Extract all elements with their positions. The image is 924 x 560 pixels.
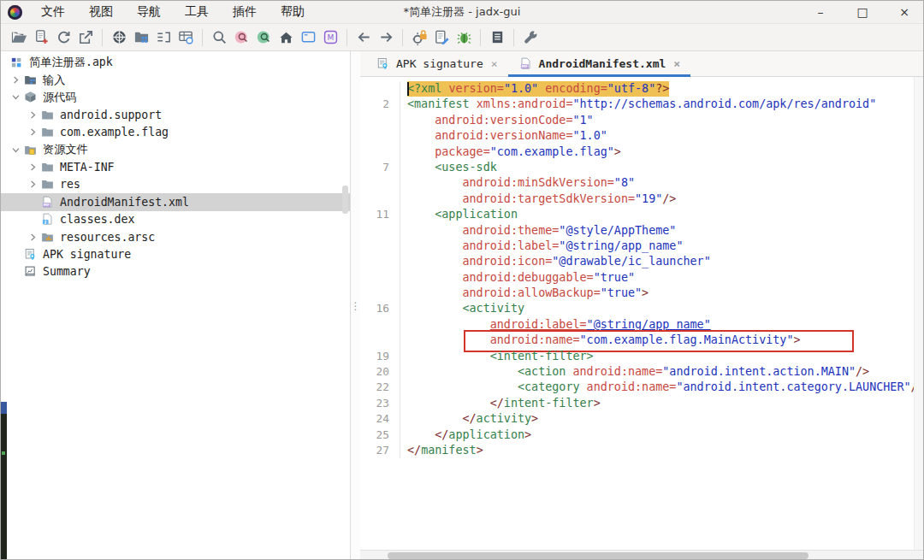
tree-item-classes-dex[interactable]: Jclasses.dex — [1, 211, 350, 228]
reload-button[interactable] — [52, 27, 74, 48]
code-line[interactable]: package="com.example.flag"> — [360, 144, 923, 160]
code-line[interactable]: android:theme="@style/AppTheme" — [360, 223, 923, 239]
edit-file-button[interactable] — [430, 27, 453, 48]
menu-item-6[interactable]: 帮助 — [270, 3, 315, 21]
nav-forward-button[interactable] — [375, 27, 397, 48]
editor-vertical-scrollbar[interactable] — [914, 77, 923, 550]
code-text: package="com.example.flag"> — [407, 144, 621, 160]
list-view-button[interactable] — [152, 27, 175, 48]
chevron-right-icon[interactable] — [25, 161, 40, 174]
comment-dialog-icon — [300, 29, 317, 45]
tree-item-summary[interactable]: Summary — [1, 263, 350, 280]
panel-splitter[interactable]: ⋮ — [351, 51, 360, 560]
tree-item-输入[interactable]: 输入 — [1, 71, 350, 88]
add-files-button[interactable] — [30, 27, 52, 48]
tree-item-meta-inf[interactable]: META-INF — [1, 158, 350, 175]
text-cursor — [407, 82, 409, 96]
deobfuscation-button[interactable] — [175, 27, 197, 48]
chevron-right-icon[interactable] — [25, 126, 40, 139]
code-line[interactable]: 16<activity — [360, 301, 923, 316]
code-line[interactable]: android:debuggable="true" — [360, 270, 923, 286]
folder-icon — [40, 108, 55, 121]
line-number: 19 — [360, 349, 400, 364]
code-line[interactable]: <?xml version="1.0" encoding="utf-8"?> — [360, 81, 923, 97]
code-line[interactable]: 2<manifest xmlns:android="http://schemas… — [360, 97, 923, 112]
editor-horizontal-scrollbar[interactable] — [360, 550, 923, 560]
close-button[interactable]: × — [897, 6, 911, 18]
tree-item-源代码[interactable]: 源代码 — [1, 89, 350, 106]
tab-apk-signature[interactable]: APK signature× — [365, 51, 508, 76]
chevron-right-icon[interactable] — [25, 230, 40, 244]
maximize-button[interactable]: □ — [856, 6, 869, 18]
tab-close-icon[interactable]: × — [491, 57, 498, 70]
tree-item-android-support[interactable]: android.support — [1, 106, 350, 123]
tree-item-label: com.example.flag — [60, 126, 169, 139]
code-line[interactable]: android:label="@string/app_name" — [360, 239, 923, 254]
tree-item-androidmanifest-xml[interactable]: MFAndroidManifest.xml — [1, 193, 350, 210]
code-text: </manifest> — [407, 443, 483, 458]
tree-item-resources-arsc[interactable]: resources.arsc — [1, 228, 350, 245]
open-file-button[interactable] — [8, 27, 30, 48]
code-line[interactable]: 19<intent-filter> — [360, 349, 923, 364]
svg-text:MF: MF — [521, 64, 528, 68]
flat-packages-button[interactable] — [130, 27, 152, 48]
code-line[interactable]: android:icon="@drawable/ic_launcher" — [360, 254, 923, 269]
export-button[interactable] — [74, 27, 97, 48]
code-line[interactable]: android:allowBackup="true"> — [360, 286, 923, 301]
line-number — [360, 254, 400, 269]
code-text: <category android:name="android.intent.c… — [407, 380, 923, 395]
code-line[interactable]: android:versionCode="1" — [360, 113, 923, 128]
code-line[interactable]: 11<application — [360, 207, 923, 222]
code-line[interactable]: 7<uses-sdk — [360, 160, 923, 175]
preferences-button[interactable] — [408, 27, 430, 48]
chevron-down-icon[interactable] — [8, 91, 23, 104]
code-line[interactable]: android:targetSdkVersion="19"/> — [360, 192, 923, 207]
tree-item-简单注册器-apk[interactable]: 简单注册器.apk — [1, 54, 350, 71]
log-button[interactable] — [486, 27, 508, 48]
tree-item-资源文件[interactable]: 资源文件 — [1, 141, 350, 158]
chevron-right-icon[interactable] — [8, 74, 23, 87]
code-editor[interactable]: <?xml version="1.0" encoding="utf-8"?>2<… — [360, 77, 923, 550]
tree-scrollbar-thumb[interactable] — [342, 186, 348, 214]
code-line[interactable]: 24</activity> — [360, 411, 923, 427]
menu-item-4[interactable]: 工具 — [175, 3, 219, 21]
chevron-right-icon[interactable] — [25, 108, 40, 121]
tree-item-com-example-flag[interactable]: com.example.flag — [1, 124, 350, 141]
minimize-button[interactable]: – — [814, 6, 827, 18]
comment-dialog-button[interactable] — [297, 27, 319, 48]
code-line[interactable]: 20<action android:name="android.intent.a… — [360, 364, 923, 380]
search-button[interactable] — [208, 27, 230, 48]
background-blue-fragment — [1, 402, 7, 414]
tree-item-res[interactable]: res — [1, 176, 350, 193]
chevron-spacer — [25, 213, 40, 227]
tools-button[interactable] — [519, 27, 542, 48]
chevron-down-icon[interactable] — [8, 143, 23, 156]
code-line[interactable]: 22<category android:name="android.intent… — [360, 380, 923, 395]
menu-item-2[interactable]: 视图 — [79, 3, 123, 21]
line-number: 20 — [360, 364, 400, 380]
line-number: 11 — [360, 207, 400, 222]
main-activity-button[interactable]: M — [319, 27, 341, 48]
debugger-button[interactable] — [453, 27, 475, 48]
home-button[interactable] — [275, 27, 297, 48]
code-line[interactable]: 23</intent-filter> — [360, 396, 923, 411]
chevron-right-icon[interactable] — [25, 178, 40, 192]
globe-button[interactable] — [108, 27, 130, 48]
class-search-button[interactable] — [230, 27, 252, 48]
horizontal-scrollbar-thumb[interactable] — [388, 552, 808, 559]
code-line[interactable]: android:name="com.example.flag.MainActiv… — [360, 333, 923, 348]
menu-item-3[interactable]: 导航 — [127, 3, 171, 21]
menu-item-5[interactable]: 插件 — [222, 3, 267, 21]
tree-item-apk-signature[interactable]: APK signature — [1, 245, 350, 262]
code-line[interactable]: android:label="@string/app_name" — [360, 317, 923, 333]
code-line[interactable]: 25</application> — [360, 427, 923, 443]
code-line[interactable]: 27</manifest> — [360, 443, 923, 458]
tab-close-icon[interactable]: × — [673, 57, 680, 70]
menu-item-1[interactable]: 文件 — [31, 3, 75, 21]
window-title: *简单注册器 - jadx-gui — [404, 4, 521, 20]
code-line[interactable]: android:versionName="1.0" — [360, 128, 923, 144]
code-line[interactable]: android:minSdkVersion="8" — [360, 175, 923, 191]
tab-androidmanifest-xml[interactable]: MFAndroidManifest.xml× — [508, 51, 691, 76]
nav-back-button[interactable] — [352, 27, 375, 48]
comment-search-button[interactable] — [252, 27, 275, 48]
